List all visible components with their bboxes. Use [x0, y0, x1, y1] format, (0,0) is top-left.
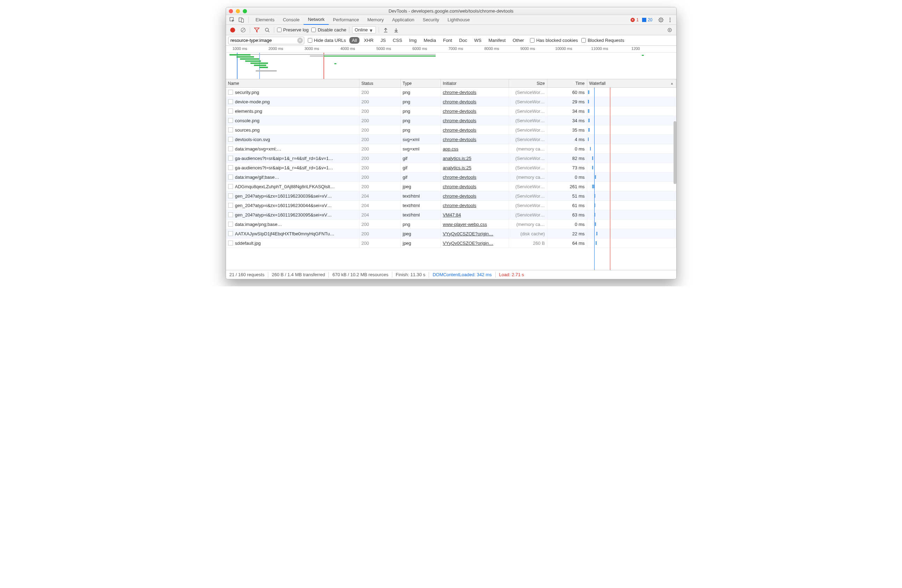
search-icon[interactable] [263, 26, 271, 34]
table-row[interactable]: data:image/gif;base…200gifchrome-devtool… [226, 172, 676, 182]
record-button[interactable] [229, 26, 236, 34]
message-indicator[interactable]: 20 [642, 17, 652, 22]
request-initiator[interactable]: analytics.js:25 [441, 163, 509, 172]
table-row[interactable]: ADGmqu8qexLZuhphT_0Aj88Ng8riLFKASQlslt…2… [226, 182, 676, 191]
table-row[interactable]: ga-audiences?t=sr&aip=1&_r=4&slf_rd=1&v=… [226, 154, 676, 163]
table-row[interactable]: elements.png200pngchrome-devtools(Servic… [226, 106, 676, 116]
request-initiator[interactable]: chrome-devtools [441, 106, 509, 116]
request-initiator[interactable]: chrome-devtools [441, 201, 509, 210]
disable-cache-checkbox[interactable]: Disable cache [311, 27, 346, 33]
filter-type-font[interactable]: Font [440, 37, 454, 44]
scrollbar[interactable] [673, 121, 676, 184]
request-name: sources.png [235, 127, 260, 133]
request-initiator[interactable]: VYyQv0CSZOE?origin… [441, 238, 509, 247]
request-initiator[interactable]: chrome-devtools [441, 191, 509, 200]
filter-type-all[interactable]: All [349, 37, 359, 44]
request-type: svg+xml [401, 144, 441, 153]
clear-button[interactable] [239, 26, 247, 34]
filter-type-other[interactable]: Other [510, 37, 526, 44]
tab-security[interactable]: Security [418, 15, 443, 25]
request-status: 200 [359, 97, 401, 106]
request-initiator[interactable]: www-player-webp.css [441, 220, 509, 229]
filter-input[interactable] [228, 37, 304, 44]
request-type: gif [401, 154, 441, 163]
filter-type-manifest[interactable]: Manifest [486, 37, 508, 44]
request-waterfall [587, 106, 676, 116]
table-row[interactable]: sources.png200pngchrome-devtools(Service… [226, 125, 676, 135]
request-initiator[interactable]: chrome-devtools [441, 88, 509, 97]
request-initiator[interactable]: analytics.js:25 [441, 154, 509, 163]
filter-type-js[interactable]: JS [378, 37, 388, 44]
clear-filter-icon[interactable]: ✕ [297, 38, 303, 43]
settings-icon[interactable] [657, 16, 665, 24]
request-initiator[interactable]: chrome-devtools [441, 125, 509, 134]
table-row[interactable]: gen_204?atyp=i&zx=1601196230044&sei=xV…2… [226, 201, 676, 210]
request-size: (ServiceWor… [509, 154, 547, 163]
request-name: security.png [235, 90, 259, 95]
filter-type-xhr[interactable]: XHR [362, 37, 376, 44]
table-row[interactable]: gen_204?atyp=i&zx=1601196230039&sei=xV…2… [226, 191, 676, 201]
window-zoom-button[interactable] [243, 9, 247, 13]
window-minimize-button[interactable] [236, 9, 240, 13]
overview-timeline[interactable]: 1000 ms2000 ms3000 ms4000 ms5000 ms6000 … [226, 46, 676, 79]
filter-type-ws[interactable]: WS [471, 37, 484, 44]
tab-performance[interactable]: Performance [329, 15, 363, 25]
tab-application[interactable]: Application [388, 15, 418, 25]
ruler-label: 5000 ms [376, 47, 391, 51]
request-initiator[interactable]: chrome-devtools [441, 116, 509, 125]
error-indicator[interactable]: ✕ 1 [631, 17, 639, 22]
table-row[interactable]: data:image/png;base…200pngwww-player-web… [226, 220, 676, 229]
tab-elements[interactable]: Elements [252, 15, 279, 25]
preserve-log-checkbox[interactable]: Preserve log [277, 27, 309, 33]
filter-type-doc[interactable]: Doc [457, 37, 470, 44]
import-har-icon[interactable] [382, 26, 390, 34]
filter-type-media[interactable]: Media [421, 37, 438, 44]
tab-network[interactable]: Network [304, 15, 329, 25]
request-initiator[interactable]: VYyQv0CSZOE?origin… [441, 229, 509, 238]
more-icon[interactable] [666, 16, 674, 24]
table-row[interactable]: gen_204?atyp=i&zx=1601196230095&sei=xV…2… [226, 210, 676, 220]
tab-lighthouse[interactable]: Lighthouse [443, 15, 474, 25]
window-close-button[interactable] [229, 9, 233, 13]
table-row[interactable]: devtools-icon.svg200svg+xmlchrome-devtoo… [226, 135, 676, 144]
inspect-element-icon[interactable] [228, 16, 236, 24]
hide-data-urls-checkbox[interactable]: Hide data URLs [308, 38, 346, 43]
column-status[interactable]: Status [359, 79, 401, 87]
column-initiator[interactable]: Initiator [441, 79, 509, 87]
column-waterfall[interactable]: Waterfall▲ [587, 79, 676, 87]
request-initiator[interactable]: app.css [441, 144, 509, 153]
request-type: text/html [401, 201, 441, 210]
throttling-select[interactable]: Online ▼ [352, 26, 376, 33]
request-status: 200 [359, 154, 401, 163]
table-row[interactable]: console.png200pngchrome-devtools(Service… [226, 116, 676, 125]
device-toolbar-icon[interactable] [237, 16, 246, 24]
table-row[interactable]: data:image/svg+xml;…200svg+xmlapp.css(me… [226, 144, 676, 154]
tab-memory[interactable]: Memory [363, 15, 388, 25]
table-row[interactable]: AATXAJywSIpD1jf4EbqHXTfbe0mnyHqGFNTu…200… [226, 229, 676, 238]
network-settings-icon[interactable] [666, 26, 673, 34]
filter-icon[interactable] [253, 26, 261, 34]
request-initiator[interactable]: chrome-devtools [441, 172, 509, 181]
table-row[interactable]: sddefault.jpg200jpegVYyQv0CSZOE?origin…2… [226, 238, 676, 248]
column-size[interactable]: Size [509, 79, 547, 87]
blocked-requests-checkbox[interactable]: Blocked Requests [581, 38, 624, 43]
filter-type-img[interactable]: Img [407, 37, 419, 44]
filter-type-css[interactable]: CSS [390, 37, 404, 44]
request-initiator[interactable]: VM47:84 [441, 210, 509, 219]
table-row[interactable]: device-mode.png200pngchrome-devtools(Ser… [226, 97, 676, 106]
file-icon [228, 194, 233, 198]
column-type[interactable]: Type [401, 79, 441, 87]
request-size: (ServiceWor… [509, 182, 547, 191]
request-status: 200 [359, 238, 401, 247]
request-initiator[interactable]: chrome-devtools [441, 182, 509, 191]
request-initiator[interactable]: chrome-devtools [441, 97, 509, 106]
table-row[interactable]: security.png200pngchrome-devtools(Servic… [226, 88, 676, 97]
request-initiator[interactable]: chrome-devtools [441, 135, 509, 144]
has-blocked-cookies-checkbox[interactable]: Has blocked cookies [530, 38, 578, 43]
file-icon [228, 222, 233, 227]
column-name[interactable]: Name [226, 79, 359, 87]
export-har-icon[interactable] [392, 26, 400, 34]
tab-console[interactable]: Console [279, 15, 304, 25]
table-row[interactable]: ga-audiences?t=sr&aip=1&_r=4&slf_rd=1&v=… [226, 163, 676, 172]
column-time[interactable]: Time [547, 79, 587, 87]
